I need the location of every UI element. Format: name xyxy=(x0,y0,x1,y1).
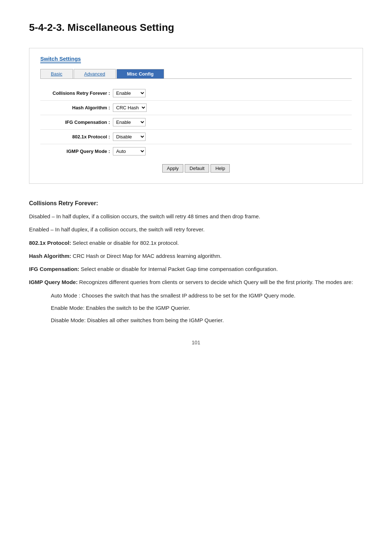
igmp-query-mode-select[interactable]: Auto Enable Disable xyxy=(113,147,146,155)
help-button[interactable]: Help xyxy=(211,164,230,173)
hash-para: Hash Algorithm: CRC Hash or Direct Map f… xyxy=(29,251,363,261)
form-section: Collisions Retry Forever : Enable Disabl… xyxy=(40,86,352,158)
disable-mode-desc: Disables all other switches from being t… xyxy=(87,317,224,323)
hash-algorithm-select[interactable]: CRC Hash Direct Map xyxy=(113,104,147,112)
apply-button[interactable]: Apply xyxy=(162,164,184,173)
hash-label: Hash Algorithm: xyxy=(29,253,71,259)
igmp-para: IGMP Query Mode: Recognizes different qu… xyxy=(29,278,363,287)
ifg-para: IFG Compensation: Select enable or disab… xyxy=(29,264,363,274)
hash-algorithm-label: Hash Algorithm : xyxy=(40,105,113,110)
protocol-label: 802.1x Protocol: xyxy=(29,240,71,246)
collisions-retry-row: Collisions Retry Forever : Enable Disabl… xyxy=(40,86,352,101)
disable-mode-label: Disable Mode: xyxy=(51,317,86,323)
content-section: Collisions Retry Forever: Disabled – In … xyxy=(29,198,363,325)
disable-mode-para: Disable Mode: Disables all other switche… xyxy=(29,316,363,325)
collisions-desc2: Enabled – In half duplex, if a collision… xyxy=(29,225,363,234)
tab-advanced[interactable]: Advanced xyxy=(74,69,116,78)
page-number: 101 xyxy=(29,340,363,345)
hash-desc: CRC Hash or Direct Map for MAC address l… xyxy=(73,253,221,259)
switch-settings-link[interactable]: Switch Settings xyxy=(40,56,81,63)
protocol-para: 802.1x Protocol: Select enable or disabl… xyxy=(29,238,363,248)
tab-basic[interactable]: Basic xyxy=(40,69,73,78)
collisions-heading: Collisions Retry Forever: xyxy=(29,198,363,208)
protocol-802-1x-label: 802.1x Protocol : xyxy=(40,134,113,139)
hash-algorithm-row: Hash Algorithm : CRC Hash Direct Map xyxy=(40,101,352,115)
igmp-query-mode-row: IGMP Query Mode : Auto Enable Disable xyxy=(40,144,352,158)
button-row: Apply Default Help xyxy=(40,164,352,173)
collisions-retry-select[interactable]: Enable Disable xyxy=(113,89,146,97)
igmp-label: IGMP Query Mode: xyxy=(29,279,78,285)
ifg-label: IFG Compensation: xyxy=(29,266,79,272)
ifg-compensation-label: IFG Compensation : xyxy=(40,119,113,125)
enable-mode-para: Enable Mode: Enables the switch to be th… xyxy=(29,303,363,313)
default-button[interactable]: Default xyxy=(185,164,209,173)
igmp-desc: Recognizes different queries from client… xyxy=(79,279,353,285)
ifg-compensation-select[interactable]: Enable Disable xyxy=(113,118,146,126)
collisions-retry-label: Collisions Retry Forever : xyxy=(40,90,113,96)
page-title: 5-4-2-3. Miscellaneous Setting xyxy=(29,22,363,33)
protocol-desc: Select enable or disable for 802.1x prot… xyxy=(73,240,179,246)
auto-mode-para: Auto Mode : Chooses the switch that has … xyxy=(29,291,363,300)
settings-panel: Switch Settings Basic Advanced Misc Conf… xyxy=(29,48,363,184)
protocol-802-1x-select[interactable]: Disable Enable xyxy=(113,133,146,141)
igmp-query-mode-label: IGMP Query Mode : xyxy=(40,149,113,154)
auto-mode-label: Auto Mode xyxy=(51,292,77,299)
tab-bar: Basic Advanced Misc Config xyxy=(40,69,352,79)
ifg-compensation-row: IFG Compensation : Enable Disable xyxy=(40,115,352,130)
ifg-desc: Select enable or disable for Internal Pa… xyxy=(81,266,278,272)
enable-mode-desc: Enables the switch to be the IGMP Querie… xyxy=(86,305,190,311)
enable-mode-label: Enable Mode: xyxy=(51,305,85,311)
collisions-desc1: Disabled – In half duplex, if a collisio… xyxy=(29,212,363,221)
auto-mode-desc: : Chooses the switch that has the smalle… xyxy=(79,292,295,299)
protocol-802-1x-row: 802.1x Protocol : Disable Enable xyxy=(40,130,352,144)
tab-misc-config[interactable]: Misc Config xyxy=(117,69,164,78)
